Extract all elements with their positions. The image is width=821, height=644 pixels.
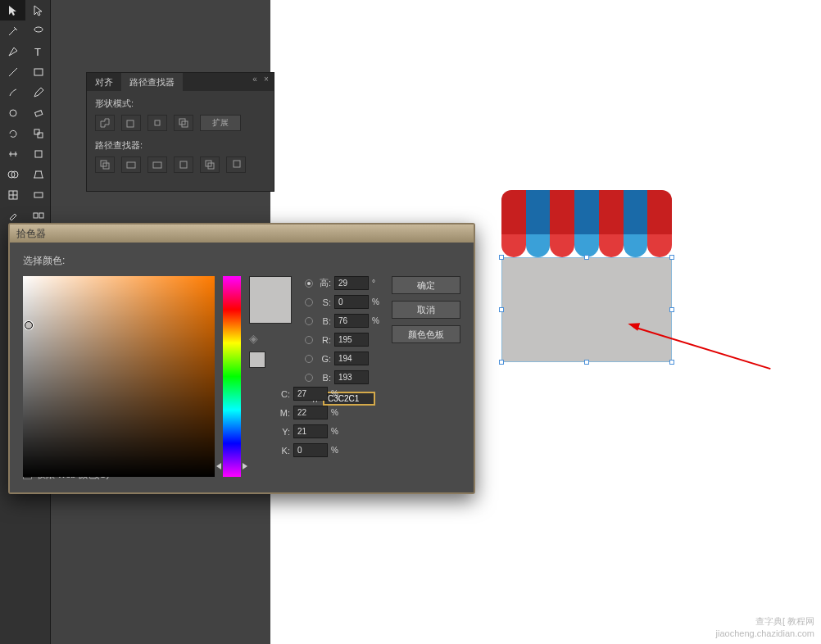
m-input[interactable] [293,406,328,420]
selection-handle[interactable] [584,255,589,260]
selection-handle[interactable] [584,360,589,365]
free-transform-tool[interactable] [25,143,51,164]
crop-icon[interactable] [174,156,193,173]
cancel-button[interactable]: 取消 [392,301,460,319]
sat-input[interactable] [334,295,369,309]
r-radio[interactable] [305,336,313,344]
magic-wand-tool[interactable] [0,20,25,41]
b-radio[interactable] [305,374,313,382]
c-input[interactable] [293,387,328,401]
shape-modes-label: 形状模式: [95,98,265,110]
pencil-tool[interactable] [25,82,51,102]
m-unit: % [331,408,342,417]
hue-input[interactable] [334,276,369,290]
selection-handle[interactable] [499,360,504,365]
store-illustration[interactable] [501,190,672,362]
blob-brush-tool[interactable] [0,102,25,123]
svg-rect-20 [127,162,135,168]
merge-icon[interactable] [147,156,167,173]
panel-tabs: 对齐 路径查找器 « × [87,73,274,91]
awning-scallops [501,234,672,257]
width-tool[interactable] [0,143,25,164]
selection-tool[interactable] [0,0,25,20]
tab-align[interactable]: 对齐 [87,73,121,91]
sat-radio[interactable] [305,298,313,306]
swatches-button[interactable]: 颜色色板 [392,325,460,343]
ok-button[interactable]: 确定 [392,276,460,294]
g-label: G: [316,354,331,364]
bri-radio[interactable] [305,317,313,325]
hue-radio[interactable] [305,279,313,288]
direct-selection-tool[interactable] [25,0,51,20]
select-color-label: 选择颜色: [23,254,460,268]
color-preview-current [249,351,265,368]
panel-close-icon[interactable]: × [262,75,270,84]
minus-back-icon[interactable] [226,156,246,173]
panel-collapse-icon[interactable]: « [251,75,259,84]
m-label: M: [275,408,290,418]
awning [501,190,672,238]
eraser-tool[interactable] [25,102,51,123]
y-input[interactable] [293,424,328,438]
rectangle-tool[interactable] [25,61,51,82]
svg-rect-5 [34,129,39,134]
unite-icon[interactable] [95,115,115,131]
selection-handle[interactable] [669,307,674,312]
color-preview-new [249,276,292,324]
expand-button[interactable]: 扩展 [200,115,241,131]
mesh-tool[interactable] [0,184,25,205]
gradient-tool[interactable] [25,184,51,205]
gamut-warning-icon[interactable]: ◈ [249,332,258,345]
c-unit: % [331,389,342,398]
pen-tool[interactable] [0,41,25,61]
outline-icon[interactable] [200,156,220,173]
r-input[interactable] [334,333,369,347]
rotate-tool[interactable] [0,123,25,143]
saturation-cursor [25,321,33,329]
svg-rect-6 [38,133,43,138]
lasso-tool[interactable] [25,20,51,41]
selection-handle[interactable] [499,255,504,260]
y-label: Y: [275,427,290,437]
svg-rect-7 [35,151,42,157]
selection-handle[interactable] [499,307,504,312]
svg-rect-13 [39,213,43,218]
line-tool[interactable] [0,61,25,82]
exclude-icon[interactable] [174,115,193,131]
bri-unit: % [372,316,383,325]
y-unit: % [331,427,342,436]
b-input[interactable] [334,370,369,384]
type-tool[interactable]: T [25,41,51,61]
svg-rect-4 [34,110,42,116]
k-input[interactable] [293,443,328,457]
k-unit: % [331,446,342,455]
scale-tool[interactable] [25,123,51,143]
hue-label: 高: [316,277,331,289]
saturation-field[interactable] [23,276,215,477]
svg-rect-14 [127,120,134,127]
svg-rect-15 [155,120,160,125]
minus-front-icon[interactable] [121,115,141,131]
perspective-grid-tool[interactable] [25,164,51,184]
color-picker-dialog: 拾色器 选择颜色: ◈ 高: ° [8,223,475,494]
bri-input[interactable] [334,314,369,328]
sat-unit: % [372,297,383,306]
trim-icon[interactable] [121,156,141,173]
svg-rect-25 [234,161,240,167]
shape-builder-tool[interactable] [0,164,25,184]
svg-rect-2 [34,69,43,75]
selection-handle[interactable] [669,360,674,365]
g-radio[interactable] [305,355,313,363]
paintbrush-tool[interactable] [0,82,25,102]
g-input[interactable] [334,351,369,365]
hue-slider[interactable] [223,276,241,477]
intersect-icon[interactable] [147,115,167,131]
svg-rect-11 [34,193,43,197]
dialog-titlebar[interactable]: 拾色器 [10,224,474,243]
svg-text:T: T [34,46,41,58]
divide-icon[interactable] [95,156,115,173]
store-body-selected[interactable] [501,257,672,362]
tab-pathfinder[interactable]: 路径查找器 [121,73,183,91]
b-label: B: [316,373,331,383]
selection-handle[interactable] [669,255,674,260]
